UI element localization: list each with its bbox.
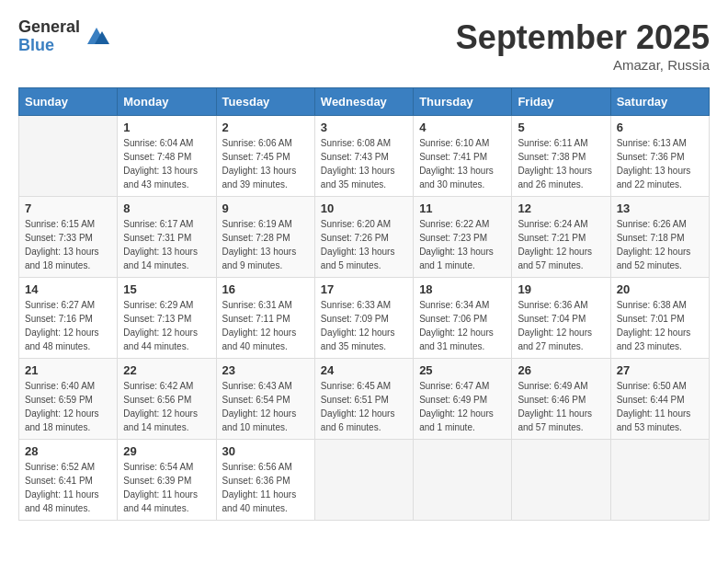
calendar-cell: 27Sunrise: 6:50 AM Sunset: 6:44 PM Dayli… [610, 359, 709, 440]
day-info: Sunrise: 6:50 AM Sunset: 6:44 PM Dayligh… [617, 379, 703, 434]
calendar-cell: 26Sunrise: 6:49 AM Sunset: 6:46 PM Dayli… [512, 359, 610, 440]
day-number: 8 [123, 201, 210, 215]
weekday-header: Sunday [19, 88, 118, 116]
day-info: Sunrise: 6:36 AM Sunset: 7:04 PM Dayligh… [518, 298, 604, 353]
calendar-cell: 19Sunrise: 6:36 AM Sunset: 7:04 PM Dayli… [512, 278, 610, 359]
calendar-cell: 29Sunrise: 6:54 AM Sunset: 6:39 PM Dayli… [118, 440, 216, 521]
day-number: 25 [419, 363, 506, 377]
day-info: Sunrise: 6:42 AM Sunset: 6:56 PM Dayligh… [123, 379, 210, 434]
weekday-header: Wednesday [314, 88, 413, 116]
calendar-cell: 8Sunrise: 6:17 AM Sunset: 7:31 PM Daylig… [118, 197, 216, 278]
calendar-cell: 18Sunrise: 6:34 AM Sunset: 7:06 PM Dayli… [414, 278, 512, 359]
day-number: 22 [123, 363, 210, 377]
day-info: Sunrise: 6:43 AM Sunset: 6:54 PM Dayligh… [222, 379, 309, 434]
calendar-cell: 4Sunrise: 6:10 AM Sunset: 7:41 PM Daylig… [414, 116, 512, 197]
day-info: Sunrise: 6:31 AM Sunset: 7:11 PM Dayligh… [222, 298, 309, 353]
day-info: Sunrise: 6:47 AM Sunset: 6:49 PM Dayligh… [419, 379, 506, 434]
day-number: 3 [321, 121, 407, 134]
day-info: Sunrise: 6:27 AM Sunset: 7:16 PM Dayligh… [25, 298, 111, 353]
day-info: Sunrise: 6:15 AM Sunset: 7:33 PM Dayligh… [25, 217, 111, 272]
day-info: Sunrise: 6:24 AM Sunset: 7:21 PM Dayligh… [518, 217, 604, 272]
day-info: Sunrise: 6:49 AM Sunset: 6:46 PM Dayligh… [518, 379, 604, 434]
calendar-week-row: 21Sunrise: 6:40 AM Sunset: 6:59 PM Dayli… [19, 359, 710, 440]
day-info: Sunrise: 6:33 AM Sunset: 7:09 PM Dayligh… [321, 298, 407, 353]
weekday-header: Monday [118, 88, 216, 116]
calendar-cell: 24Sunrise: 6:45 AM Sunset: 6:51 PM Dayli… [314, 359, 413, 440]
day-number: 21 [25, 363, 111, 377]
day-number: 7 [25, 201, 111, 215]
day-info: Sunrise: 6:56 AM Sunset: 6:36 PM Dayligh… [222, 460, 309, 515]
calendar-cell [314, 440, 413, 521]
calendar-cell: 14Sunrise: 6:27 AM Sunset: 7:16 PM Dayli… [19, 278, 118, 359]
location: Amazar, Russia [456, 57, 710, 73]
day-number: 9 [222, 201, 309, 215]
day-info: Sunrise: 6:29 AM Sunset: 7:13 PM Dayligh… [123, 298, 210, 353]
day-number: 19 [518, 282, 604, 296]
day-number: 14 [25, 282, 111, 296]
day-info: Sunrise: 6:52 AM Sunset: 6:41 PM Dayligh… [25, 460, 111, 515]
calendar-cell: 12Sunrise: 6:24 AM Sunset: 7:21 PM Dayli… [512, 197, 610, 278]
logo-general-text: General [18, 18, 80, 37]
day-number: 16 [222, 282, 309, 296]
day-number: 4 [419, 121, 506, 134]
day-number: 17 [321, 282, 407, 296]
day-number: 18 [419, 282, 506, 296]
day-number: 6 [617, 121, 703, 134]
day-info: Sunrise: 6:20 AM Sunset: 7:26 PM Dayligh… [321, 217, 407, 272]
day-number: 23 [222, 363, 309, 377]
day-info: Sunrise: 6:38 AM Sunset: 7:01 PM Dayligh… [617, 298, 703, 353]
calendar-cell: 2Sunrise: 6:06 AM Sunset: 7:45 PM Daylig… [216, 116, 314, 197]
day-info: Sunrise: 6:34 AM Sunset: 7:06 PM Dayligh… [419, 298, 506, 353]
day-info: Sunrise: 6:17 AM Sunset: 7:31 PM Dayligh… [123, 217, 210, 272]
calendar-cell [512, 440, 610, 521]
day-number: 12 [518, 201, 604, 215]
day-info: Sunrise: 6:22 AM Sunset: 7:23 PM Dayligh… [419, 217, 506, 272]
page-header: General Blue September 2025 Amazar, Russ… [18, 18, 710, 73]
calendar-cell: 13Sunrise: 6:26 AM Sunset: 7:18 PM Dayli… [610, 197, 709, 278]
day-number: 29 [123, 444, 210, 458]
calendar-cell: 23Sunrise: 6:43 AM Sunset: 6:54 PM Dayli… [216, 359, 314, 440]
calendar-cell [19, 116, 118, 197]
calendar-header-row: SundayMondayTuesdayWednesdayThursdayFrid… [19, 88, 710, 116]
day-number: 20 [617, 282, 703, 296]
day-info: Sunrise: 6:45 AM Sunset: 6:51 PM Dayligh… [321, 379, 407, 434]
day-number: 10 [321, 201, 407, 215]
calendar-week-row: 7Sunrise: 6:15 AM Sunset: 7:33 PM Daylig… [19, 197, 710, 278]
calendar-cell: 9Sunrise: 6:19 AM Sunset: 7:28 PM Daylig… [216, 197, 314, 278]
calendar-cell: 16Sunrise: 6:31 AM Sunset: 7:11 PM Dayli… [216, 278, 314, 359]
weekday-header: Tuesday [216, 88, 314, 116]
day-info: Sunrise: 6:10 AM Sunset: 7:41 PM Dayligh… [419, 136, 506, 191]
day-info: Sunrise: 6:08 AM Sunset: 7:43 PM Dayligh… [321, 136, 407, 191]
logo-icon [84, 24, 109, 50]
day-number: 24 [321, 363, 407, 377]
day-info: Sunrise: 6:13 AM Sunset: 7:36 PM Dayligh… [617, 136, 703, 191]
calendar-cell [610, 440, 709, 521]
calendar-cell: 20Sunrise: 6:38 AM Sunset: 7:01 PM Dayli… [610, 278, 709, 359]
day-info: Sunrise: 6:54 AM Sunset: 6:39 PM Dayligh… [123, 460, 210, 515]
day-number: 27 [617, 363, 703, 377]
day-info: Sunrise: 6:11 AM Sunset: 7:38 PM Dayligh… [518, 136, 604, 191]
day-info: Sunrise: 6:19 AM Sunset: 7:28 PM Dayligh… [222, 217, 309, 272]
day-info: Sunrise: 6:06 AM Sunset: 7:45 PM Dayligh… [222, 136, 309, 191]
calendar-cell: 25Sunrise: 6:47 AM Sunset: 6:49 PM Dayli… [414, 359, 512, 440]
weekday-header: Friday [512, 88, 610, 116]
calendar-cell: 6Sunrise: 6:13 AM Sunset: 7:36 PM Daylig… [610, 116, 709, 197]
day-number: 11 [419, 201, 506, 215]
calendar-cell: 7Sunrise: 6:15 AM Sunset: 7:33 PM Daylig… [19, 197, 118, 278]
weekday-header: Thursday [414, 88, 512, 116]
day-number: 2 [222, 121, 309, 134]
logo: General Blue [18, 18, 109, 55]
logo-blue-text: Blue [18, 37, 80, 55]
calendar-cell: 15Sunrise: 6:29 AM Sunset: 7:13 PM Dayli… [118, 278, 216, 359]
calendar-cell: 10Sunrise: 6:20 AM Sunset: 7:26 PM Dayli… [314, 197, 413, 278]
calendar-week-row: 1Sunrise: 6:04 AM Sunset: 7:48 PM Daylig… [19, 116, 710, 197]
calendar-cell: 30Sunrise: 6:56 AM Sunset: 6:36 PM Dayli… [216, 440, 314, 521]
calendar-cell [414, 440, 512, 521]
weekday-header: Saturday [610, 88, 709, 116]
day-info: Sunrise: 6:40 AM Sunset: 6:59 PM Dayligh… [25, 379, 111, 434]
calendar-cell: 22Sunrise: 6:42 AM Sunset: 6:56 PM Dayli… [118, 359, 216, 440]
day-number: 15 [123, 282, 210, 296]
calendar-table: SundayMondayTuesdayWednesdayThursdayFrid… [18, 87, 710, 521]
title-block: September 2025 Amazar, Russia [456, 18, 710, 73]
calendar-week-row: 14Sunrise: 6:27 AM Sunset: 7:16 PM Dayli… [19, 278, 710, 359]
